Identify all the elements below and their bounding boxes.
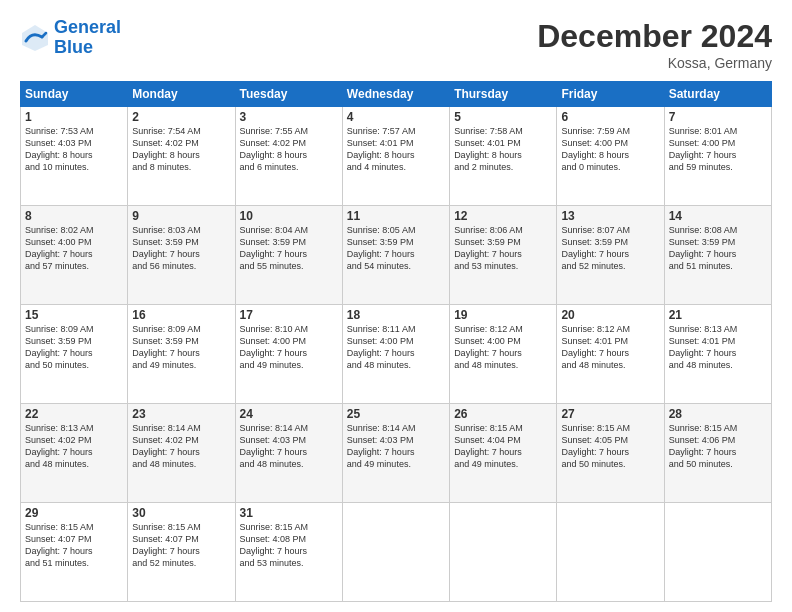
calendar-cell: 11Sunrise: 8:05 AM Sunset: 3:59 PM Dayli… xyxy=(342,206,449,305)
calendar-cell: 16Sunrise: 8:09 AM Sunset: 3:59 PM Dayli… xyxy=(128,305,235,404)
day-number: 4 xyxy=(347,110,445,124)
day-info: Sunrise: 8:05 AM Sunset: 3:59 PM Dayligh… xyxy=(347,224,445,273)
day-info: Sunrise: 8:12 AM Sunset: 4:00 PM Dayligh… xyxy=(454,323,552,372)
calendar-cell: 1Sunrise: 7:53 AM Sunset: 4:03 PM Daylig… xyxy=(21,107,128,206)
logo-line2: Blue xyxy=(54,37,93,57)
day-info: Sunrise: 8:03 AM Sunset: 3:59 PM Dayligh… xyxy=(132,224,230,273)
day-number: 29 xyxy=(25,506,123,520)
calendar-cell: 20Sunrise: 8:12 AM Sunset: 4:01 PM Dayli… xyxy=(557,305,664,404)
calendar-cell: 30Sunrise: 8:15 AM Sunset: 4:07 PM Dayli… xyxy=(128,503,235,602)
day-number: 3 xyxy=(240,110,338,124)
day-number: 19 xyxy=(454,308,552,322)
calendar-cell xyxy=(557,503,664,602)
weekday-header-wednesday: Wednesday xyxy=(342,82,449,107)
day-number: 27 xyxy=(561,407,659,421)
day-number: 5 xyxy=(454,110,552,124)
day-number: 11 xyxy=(347,209,445,223)
day-number: 1 xyxy=(25,110,123,124)
day-info: Sunrise: 7:59 AM Sunset: 4:00 PM Dayligh… xyxy=(561,125,659,174)
weekday-header-saturday: Saturday xyxy=(664,82,771,107)
weekday-header-friday: Friday xyxy=(557,82,664,107)
calendar-cell: 13Sunrise: 8:07 AM Sunset: 3:59 PM Dayli… xyxy=(557,206,664,305)
day-info: Sunrise: 7:54 AM Sunset: 4:02 PM Dayligh… xyxy=(132,125,230,174)
day-info: Sunrise: 8:10 AM Sunset: 4:00 PM Dayligh… xyxy=(240,323,338,372)
calendar-cell: 10Sunrise: 8:04 AM Sunset: 3:59 PM Dayli… xyxy=(235,206,342,305)
day-info: Sunrise: 8:13 AM Sunset: 4:01 PM Dayligh… xyxy=(669,323,767,372)
day-number: 23 xyxy=(132,407,230,421)
calendar-cell: 27Sunrise: 8:15 AM Sunset: 4:05 PM Dayli… xyxy=(557,404,664,503)
day-number: 25 xyxy=(347,407,445,421)
calendar-cell: 31Sunrise: 8:15 AM Sunset: 4:08 PM Dayli… xyxy=(235,503,342,602)
month-title: December 2024 xyxy=(537,18,772,55)
calendar-cell: 3Sunrise: 7:55 AM Sunset: 4:02 PM Daylig… xyxy=(235,107,342,206)
calendar-cell: 21Sunrise: 8:13 AM Sunset: 4:01 PM Dayli… xyxy=(664,305,771,404)
day-number: 13 xyxy=(561,209,659,223)
day-number: 2 xyxy=(132,110,230,124)
day-info: Sunrise: 8:15 AM Sunset: 4:04 PM Dayligh… xyxy=(454,422,552,471)
weekday-row: SundayMondayTuesdayWednesdayThursdayFrid… xyxy=(21,82,772,107)
calendar-body: 1Sunrise: 7:53 AM Sunset: 4:03 PM Daylig… xyxy=(21,107,772,602)
day-number: 14 xyxy=(669,209,767,223)
week-row-1: 1Sunrise: 7:53 AM Sunset: 4:03 PM Daylig… xyxy=(21,107,772,206)
calendar-cell: 9Sunrise: 8:03 AM Sunset: 3:59 PM Daylig… xyxy=(128,206,235,305)
day-info: Sunrise: 8:15 AM Sunset: 4:05 PM Dayligh… xyxy=(561,422,659,471)
logo: General Blue xyxy=(20,18,121,58)
day-number: 15 xyxy=(25,308,123,322)
logo-text: General Blue xyxy=(54,18,121,58)
weekday-header-tuesday: Tuesday xyxy=(235,82,342,107)
calendar-cell: 26Sunrise: 8:15 AM Sunset: 4:04 PM Dayli… xyxy=(450,404,557,503)
week-row-5: 29Sunrise: 8:15 AM Sunset: 4:07 PM Dayli… xyxy=(21,503,772,602)
day-info: Sunrise: 8:09 AM Sunset: 3:59 PM Dayligh… xyxy=(132,323,230,372)
day-number: 17 xyxy=(240,308,338,322)
day-info: Sunrise: 8:15 AM Sunset: 4:07 PM Dayligh… xyxy=(132,521,230,570)
calendar-table: SundayMondayTuesdayWednesdayThursdayFrid… xyxy=(20,81,772,602)
svg-marker-0 xyxy=(22,25,48,51)
title-area: December 2024 Kossa, Germany xyxy=(537,18,772,71)
day-number: 8 xyxy=(25,209,123,223)
location: Kossa, Germany xyxy=(537,55,772,71)
calendar-cell: 15Sunrise: 8:09 AM Sunset: 3:59 PM Dayli… xyxy=(21,305,128,404)
calendar-cell: 19Sunrise: 8:12 AM Sunset: 4:00 PM Dayli… xyxy=(450,305,557,404)
weekday-header-thursday: Thursday xyxy=(450,82,557,107)
day-number: 16 xyxy=(132,308,230,322)
day-info: Sunrise: 8:14 AM Sunset: 4:02 PM Dayligh… xyxy=(132,422,230,471)
day-number: 18 xyxy=(347,308,445,322)
day-number: 21 xyxy=(669,308,767,322)
header: General Blue December 2024 Kossa, German… xyxy=(20,18,772,71)
day-number: 9 xyxy=(132,209,230,223)
day-info: Sunrise: 7:53 AM Sunset: 4:03 PM Dayligh… xyxy=(25,125,123,174)
calendar-cell: 24Sunrise: 8:14 AM Sunset: 4:03 PM Dayli… xyxy=(235,404,342,503)
weekday-header-monday: Monday xyxy=(128,82,235,107)
calendar-cell: 6Sunrise: 7:59 AM Sunset: 4:00 PM Daylig… xyxy=(557,107,664,206)
day-number: 28 xyxy=(669,407,767,421)
calendar-cell: 25Sunrise: 8:14 AM Sunset: 4:03 PM Dayli… xyxy=(342,404,449,503)
day-number: 7 xyxy=(669,110,767,124)
day-info: Sunrise: 8:07 AM Sunset: 3:59 PM Dayligh… xyxy=(561,224,659,273)
day-number: 24 xyxy=(240,407,338,421)
day-info: Sunrise: 8:14 AM Sunset: 4:03 PM Dayligh… xyxy=(240,422,338,471)
weekday-header-sunday: Sunday xyxy=(21,82,128,107)
day-info: Sunrise: 7:58 AM Sunset: 4:01 PM Dayligh… xyxy=(454,125,552,174)
calendar-cell: 23Sunrise: 8:14 AM Sunset: 4:02 PM Dayli… xyxy=(128,404,235,503)
day-info: Sunrise: 8:14 AM Sunset: 4:03 PM Dayligh… xyxy=(347,422,445,471)
day-number: 30 xyxy=(132,506,230,520)
logo-icon xyxy=(20,23,50,53)
calendar-cell: 28Sunrise: 8:15 AM Sunset: 4:06 PM Dayli… xyxy=(664,404,771,503)
day-info: Sunrise: 8:02 AM Sunset: 4:00 PM Dayligh… xyxy=(25,224,123,273)
day-number: 6 xyxy=(561,110,659,124)
day-info: Sunrise: 8:15 AM Sunset: 4:06 PM Dayligh… xyxy=(669,422,767,471)
calendar-cell: 29Sunrise: 8:15 AM Sunset: 4:07 PM Dayli… xyxy=(21,503,128,602)
calendar-cell: 7Sunrise: 8:01 AM Sunset: 4:00 PM Daylig… xyxy=(664,107,771,206)
week-row-2: 8Sunrise: 8:02 AM Sunset: 4:00 PM Daylig… xyxy=(21,206,772,305)
day-info: Sunrise: 8:01 AM Sunset: 4:00 PM Dayligh… xyxy=(669,125,767,174)
day-info: Sunrise: 8:08 AM Sunset: 3:59 PM Dayligh… xyxy=(669,224,767,273)
week-row-4: 22Sunrise: 8:13 AM Sunset: 4:02 PM Dayli… xyxy=(21,404,772,503)
day-number: 26 xyxy=(454,407,552,421)
calendar-cell: 17Sunrise: 8:10 AM Sunset: 4:00 PM Dayli… xyxy=(235,305,342,404)
calendar-cell: 22Sunrise: 8:13 AM Sunset: 4:02 PM Dayli… xyxy=(21,404,128,503)
day-info: Sunrise: 8:15 AM Sunset: 4:08 PM Dayligh… xyxy=(240,521,338,570)
logo-line1: General xyxy=(54,17,121,37)
calendar-cell xyxy=(450,503,557,602)
day-number: 22 xyxy=(25,407,123,421)
day-number: 20 xyxy=(561,308,659,322)
